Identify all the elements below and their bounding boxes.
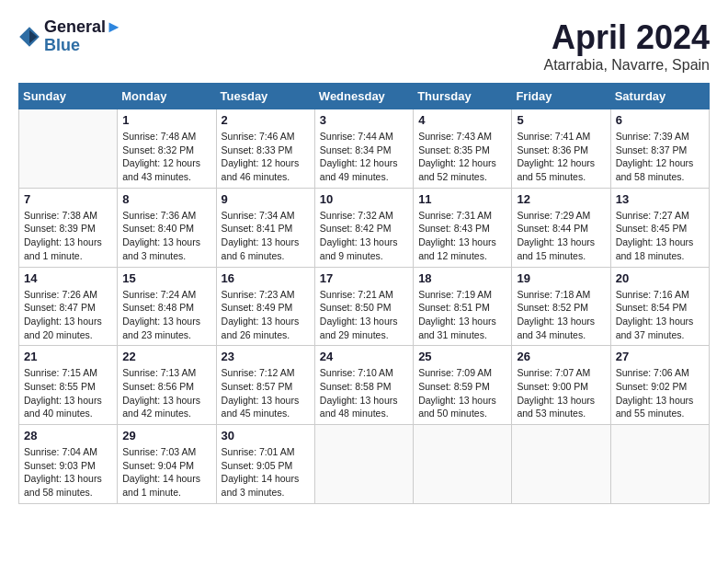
calendar-cell: 1Sunrise: 7:48 AM Sunset: 8:32 PM Daylig… [118,109,216,189]
calendar-cell: 3Sunrise: 7:44 AM Sunset: 8:34 PM Daylig… [314,109,413,189]
cell-info: Sunrise: 7:01 AM Sunset: 9:05 PM Dayligh… [222,445,310,500]
calendar-cell: 13Sunrise: 7:27 AM Sunset: 8:45 PM Dayli… [610,188,709,267]
cell-info: Sunrise: 7:06 AM Sunset: 9:02 PM Dayligh… [616,366,704,420]
logo-icon [18,26,40,48]
day-number: 24 [320,350,408,363]
calendar-cell: 16Sunrise: 7:23 AM Sunset: 8:49 PM Dayli… [216,267,314,346]
day-number: 5 [517,113,605,127]
title-block: April 2024 Atarrabia, Navarre, Spain [543,18,710,74]
calendar-cell [19,109,118,189]
calendar-cell [610,425,709,504]
day-number: 21 [24,350,112,363]
calendar-cell: 22Sunrise: 7:13 AM Sunset: 8:56 PM Dayli… [118,346,216,425]
day-number: 2 [222,113,310,127]
calendar-table: SundayMondayTuesdayWednesdayThursdayFrid… [18,83,710,504]
calendar-cell: 9Sunrise: 7:34 AM Sunset: 8:41 PM Daylig… [216,188,314,267]
calendar-cell: 25Sunrise: 7:09 AM Sunset: 8:59 PM Dayli… [414,346,512,425]
calendar-cell: 4Sunrise: 7:43 AM Sunset: 8:35 PM Daylig… [414,109,512,189]
day-number: 3 [320,113,408,127]
calendar-cell: 12Sunrise: 7:29 AM Sunset: 8:44 PM Dayli… [512,188,610,267]
calendar-cell: 6Sunrise: 7:39 AM Sunset: 8:37 PM Daylig… [610,109,709,189]
calendar-day-header: Thursday [414,84,512,109]
calendar-cell: 23Sunrise: 7:12 AM Sunset: 8:57 PM Dayli… [216,346,314,425]
day-number: 25 [418,350,506,363]
calendar-cell [314,425,413,504]
cell-info: Sunrise: 7:38 AM Sunset: 8:39 PM Dayligh… [24,209,112,263]
day-number: 18 [418,271,506,285]
day-number: 22 [122,350,210,363]
calendar-week-row: 14Sunrise: 7:26 AM Sunset: 8:47 PM Dayli… [19,267,710,346]
day-number: 15 [122,271,210,285]
day-number: 10 [320,192,408,206]
calendar-day-header: Saturday [610,84,709,109]
day-number: 19 [517,271,605,285]
calendar-day-header: Friday [512,84,610,109]
cell-info: Sunrise: 7:46 AM Sunset: 8:33 PM Dayligh… [222,130,310,184]
cell-info: Sunrise: 7:43 AM Sunset: 8:35 PM Dayligh… [418,130,506,184]
calendar-cell: 15Sunrise: 7:24 AM Sunset: 8:48 PM Dayli… [118,267,216,346]
calendar-cell: 7Sunrise: 7:38 AM Sunset: 8:39 PM Daylig… [19,188,118,267]
calendar-cell: 24Sunrise: 7:10 AM Sunset: 8:58 PM Dayli… [314,346,413,425]
calendar-cell: 17Sunrise: 7:21 AM Sunset: 8:50 PM Dayli… [314,267,413,346]
cell-info: Sunrise: 7:41 AM Sunset: 8:36 PM Dayligh… [517,130,605,184]
cell-info: Sunrise: 7:27 AM Sunset: 8:45 PM Dayligh… [616,209,704,263]
cell-info: Sunrise: 7:07 AM Sunset: 9:00 PM Dayligh… [517,366,605,420]
calendar-cell: 29Sunrise: 7:03 AM Sunset: 9:04 PM Dayli… [118,425,216,504]
cell-info: Sunrise: 7:26 AM Sunset: 8:47 PM Dayligh… [24,288,112,342]
calendar-cell: 2Sunrise: 7:46 AM Sunset: 8:33 PM Daylig… [216,109,314,189]
calendar-cell: 10Sunrise: 7:32 AM Sunset: 8:42 PM Dayli… [314,188,413,267]
day-number: 1 [122,113,210,127]
day-number: 11 [418,192,506,206]
calendar-body: 1Sunrise: 7:48 AM Sunset: 8:32 PM Daylig… [19,109,710,504]
cell-info: Sunrise: 7:10 AM Sunset: 8:58 PM Dayligh… [320,366,408,420]
day-number: 23 [222,350,310,363]
calendar-week-row: 7Sunrise: 7:38 AM Sunset: 8:39 PM Daylig… [19,188,710,267]
day-number: 26 [517,350,605,363]
day-number: 9 [222,192,310,206]
cell-info: Sunrise: 7:13 AM Sunset: 8:56 PM Dayligh… [122,366,210,420]
day-number: 6 [616,113,704,127]
calendar-cell: 26Sunrise: 7:07 AM Sunset: 9:00 PM Dayli… [512,346,610,425]
cell-info: Sunrise: 7:48 AM Sunset: 8:32 PM Dayligh… [122,130,210,184]
calendar-cell: 21Sunrise: 7:15 AM Sunset: 8:55 PM Dayli… [19,346,118,425]
calendar-cell: 27Sunrise: 7:06 AM Sunset: 9:02 PM Dayli… [610,346,709,425]
day-number: 20 [616,271,704,285]
cell-info: Sunrise: 7:39 AM Sunset: 8:37 PM Dayligh… [616,130,704,184]
calendar-cell: 8Sunrise: 7:36 AM Sunset: 8:40 PM Daylig… [118,188,216,267]
calendar-week-row: 28Sunrise: 7:04 AM Sunset: 9:03 PM Dayli… [19,425,710,504]
cell-info: Sunrise: 7:32 AM Sunset: 8:42 PM Dayligh… [320,209,408,263]
calendar-cell [512,425,610,504]
day-number: 29 [122,429,210,442]
page-header: General► Blue April 2024 Atarrabia, Nava… [18,18,710,74]
calendar-cell: 30Sunrise: 7:01 AM Sunset: 9:05 PM Dayli… [216,425,314,504]
calendar-cell: 18Sunrise: 7:19 AM Sunset: 8:51 PM Dayli… [414,267,512,346]
day-number: 17 [320,271,408,285]
cell-info: Sunrise: 7:04 AM Sunset: 9:03 PM Dayligh… [24,445,112,500]
logo: General► Blue [18,18,122,55]
logo-text: General► Blue [44,18,122,55]
location: Atarrabia, Navarre, Spain [543,57,710,74]
day-number: 16 [222,271,310,285]
calendar-cell [414,425,512,504]
cell-info: Sunrise: 7:24 AM Sunset: 8:48 PM Dayligh… [122,288,210,342]
calendar-day-header: Tuesday [216,84,314,109]
cell-info: Sunrise: 7:18 AM Sunset: 8:52 PM Dayligh… [517,288,605,342]
calendar-cell: 14Sunrise: 7:26 AM Sunset: 8:47 PM Dayli… [19,267,118,346]
day-number: 30 [222,429,310,442]
day-number: 12 [517,192,605,206]
day-number: 27 [616,350,704,363]
cell-info: Sunrise: 7:34 AM Sunset: 8:41 PM Dayligh… [222,209,310,263]
day-number: 28 [24,429,112,442]
day-number: 4 [418,113,506,127]
calendar-week-row: 1Sunrise: 7:48 AM Sunset: 8:32 PM Daylig… [19,109,710,189]
calendar-cell: 20Sunrise: 7:16 AM Sunset: 8:54 PM Dayli… [610,267,709,346]
calendar-week-row: 21Sunrise: 7:15 AM Sunset: 8:55 PM Dayli… [19,346,710,425]
cell-info: Sunrise: 7:03 AM Sunset: 9:04 PM Dayligh… [122,445,210,500]
day-number: 14 [24,271,112,285]
cell-info: Sunrise: 7:21 AM Sunset: 8:50 PM Dayligh… [320,288,408,342]
day-number: 13 [616,192,704,206]
month-year: April 2024 [543,18,710,57]
calendar-cell: 19Sunrise: 7:18 AM Sunset: 8:52 PM Dayli… [512,267,610,346]
cell-info: Sunrise: 7:15 AM Sunset: 8:55 PM Dayligh… [24,366,112,420]
cell-info: Sunrise: 7:36 AM Sunset: 8:40 PM Dayligh… [122,209,210,263]
